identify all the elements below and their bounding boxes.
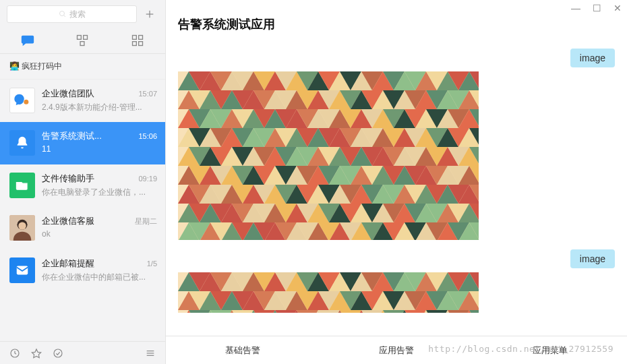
chat-meta: 文件传输助手09:19你在电脑登录了企业微信，... xyxy=(42,173,157,198)
chat-time: 09:19 xyxy=(138,175,157,183)
conversation-body: image image xyxy=(166,39,627,336)
chat-list: 企业微信团队15:072.4.9版本新功能介绍-管理...告警系统测试...15… xyxy=(0,80,165,341)
contacts-icon xyxy=(76,34,89,47)
chat-preview: 你在企业微信中的邮箱已被... xyxy=(42,272,150,283)
bottom-tab-app-alert[interactable]: 应用告警 xyxy=(320,336,473,364)
svg-point-15 xyxy=(18,222,26,229)
star-icon[interactable] xyxy=(31,348,42,359)
nav-tabs xyxy=(0,27,165,54)
status-emoji: 👩‍💻 xyxy=(9,61,20,71)
chat-preview: 2.4.9版本新功能介绍-管理... xyxy=(42,102,150,113)
chat-title: 企业微信团队 xyxy=(42,88,94,100)
svg-point-11 xyxy=(24,100,28,104)
chat-item[interactable]: 企业微信团队15:072.4.9版本新功能介绍-管理... xyxy=(0,80,165,122)
chat-title: 企业微信客服 xyxy=(42,215,94,227)
svg-rect-7 xyxy=(133,35,137,39)
window-controls: — ☐ ✕ xyxy=(571,3,622,13)
search-placeholder: 搜索 xyxy=(69,9,86,20)
image-bubble[interactable]: image xyxy=(570,49,615,67)
svg-rect-8 xyxy=(139,35,143,39)
chat-time: 15:06 xyxy=(138,132,157,140)
avatar xyxy=(9,88,35,113)
user-status[interactable]: 👩‍💻 疯狂打码中 xyxy=(0,54,165,80)
svg-point-0 xyxy=(59,11,64,16)
decorative-image[interactable] xyxy=(178,71,479,240)
avatar xyxy=(9,257,35,283)
bottom-tabs: 基础告警 应用告警 应用菜单 xyxy=(166,336,627,364)
chat-meta: 企业邮箱提醒1/5你在企业微信中的邮箱已被... xyxy=(42,257,157,283)
chat-icon xyxy=(20,33,35,48)
tab-chat[interactable] xyxy=(14,33,41,48)
message-row: image xyxy=(178,249,615,268)
avatar xyxy=(9,215,35,241)
svg-marker-18 xyxy=(32,349,40,358)
svg-rect-4 xyxy=(78,35,82,39)
svg-line-1 xyxy=(63,16,65,18)
avatar xyxy=(9,173,35,198)
chat-preview: 11 xyxy=(42,144,150,154)
tab-contacts[interactable] xyxy=(69,34,96,47)
svg-rect-12 xyxy=(17,183,28,190)
chat-item[interactable]: 企业邮箱提醒1/5你在企业微信中的邮箱已被... xyxy=(0,249,165,292)
page-title: 告警系统测试应用 xyxy=(166,0,627,39)
window-minimize-button[interactable]: — xyxy=(571,3,580,13)
footer-left-icons xyxy=(9,348,63,359)
window-close-button[interactable]: ✕ xyxy=(614,3,622,13)
image-bubble[interactable]: image xyxy=(570,249,615,268)
chat-preview: ok xyxy=(42,229,150,239)
svg-point-19 xyxy=(54,349,62,357)
plus-icon xyxy=(144,9,155,20)
window-maximize-button[interactable]: ☐ xyxy=(593,3,601,13)
chat-time: 星期二 xyxy=(135,216,157,226)
clock-icon[interactable] xyxy=(9,348,20,359)
svg-rect-10 xyxy=(139,41,143,45)
chat-title: 企业邮箱提醒 xyxy=(42,257,94,270)
chat-item[interactable]: 告警系统测试...15:0611 xyxy=(0,122,165,164)
chat-preview: 你在电脑登录了企业微信，... xyxy=(42,187,150,198)
search-icon xyxy=(59,10,67,18)
chat-item[interactable]: 企业微信客服星期二ok xyxy=(0,207,165,249)
svg-rect-9 xyxy=(133,41,137,45)
bottom-tab-basic-alert[interactable]: 基础告警 xyxy=(166,336,320,364)
svg-rect-6 xyxy=(81,41,85,45)
menu-icon[interactable] xyxy=(145,348,156,359)
sidebar-footer xyxy=(0,341,165,364)
chat-meta: 告警系统测试...15:0611 xyxy=(42,130,157,154)
search-row: 搜索 xyxy=(0,0,165,27)
add-button[interactable] xyxy=(141,5,158,23)
chat-title: 文件传输助手 xyxy=(42,173,94,185)
chat-title: 告警系统测试... xyxy=(42,130,102,142)
svg-rect-5 xyxy=(84,35,88,39)
main-panel: — ☐ ✕ 告警系统测试应用 image image 基础告警 应用告警 应用菜… xyxy=(166,0,627,364)
decorative-image[interactable] xyxy=(178,272,479,313)
chat-item[interactable]: 文件传输助手09:19你在电脑登录了企业微信，... xyxy=(0,164,165,207)
avatar xyxy=(9,130,35,156)
chat-meta: 企业微信团队15:072.4.9版本新功能介绍-管理... xyxy=(42,88,157,113)
app-root: 搜索 👩‍💻 疯狂打码中 企业微信团队15:072.4.9版本新功能介绍-管理.… xyxy=(0,0,627,364)
tab-apps[interactable] xyxy=(124,34,151,47)
chat-time: 15:07 xyxy=(138,90,157,98)
status-text: 疯狂打码中 xyxy=(22,61,62,71)
message-row: image xyxy=(178,49,615,67)
chat-meta: 企业微信客服星期二ok xyxy=(42,215,157,239)
apps-icon xyxy=(131,34,144,47)
check-circle-icon[interactable] xyxy=(53,348,63,359)
search-input[interactable]: 搜索 xyxy=(7,5,137,23)
chat-time: 1/5 xyxy=(147,260,157,268)
sidebar: 搜索 👩‍💻 疯狂打码中 企业微信团队15:072.4.9版本新功能介绍-管理.… xyxy=(0,0,166,364)
bottom-tab-app-menu[interactable]: 应用菜单 xyxy=(473,336,627,364)
